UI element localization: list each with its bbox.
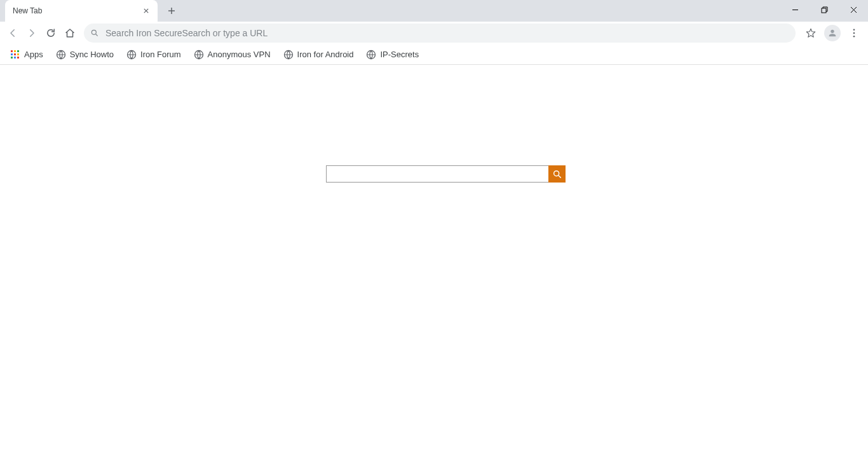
bookmark-label: Sync Howto — [70, 50, 114, 59]
globe-icon — [366, 50, 376, 60]
bookmark-label: Iron Forum — [140, 50, 181, 59]
svg-rect-7 — [14, 50, 16, 52]
globe-icon — [56, 50, 66, 60]
svg-rect-0 — [822, 8, 826, 13]
bookmark-label: IP-Secrets — [380, 50, 419, 59]
tab-title: New Tab — [13, 6, 141, 15]
apps-label: Apps — [24, 50, 43, 59]
tab-strip: New Tab — [0, 0, 868, 22]
search-icon — [90, 29, 99, 38]
svg-rect-13 — [14, 57, 16, 59]
globe-icon — [283, 50, 294, 60]
svg-rect-11 — [17, 53, 19, 55]
apps-shortcut[interactable]: Apps — [5, 46, 48, 64]
star-icon — [805, 27, 817, 39]
home-icon — [64, 27, 76, 39]
close-tab-button[interactable] — [141, 6, 151, 16]
menu-button[interactable] — [844, 23, 864, 43]
back-button[interactable] — [4, 24, 22, 42]
svg-point-20 — [553, 170, 559, 176]
toolbar — [0, 22, 868, 45]
kebab-menu-icon — [848, 27, 860, 39]
svg-point-3 — [853, 29, 855, 31]
svg-rect-12 — [11, 57, 13, 59]
svg-point-1 — [92, 30, 96, 34]
reload-icon — [45, 27, 57, 39]
maximize-button[interactable] — [810, 0, 839, 19]
maximize-icon — [821, 6, 828, 13]
bookmark-label: Iron for Android — [297, 50, 354, 59]
profile-button[interactable] — [822, 23, 843, 43]
address-input[interactable] — [105, 28, 789, 38]
bookmark-item[interactable]: Iron for Android — [278, 46, 359, 64]
bookmark-label: Anonymous VPN — [208, 50, 271, 59]
person-icon — [827, 28, 837, 38]
new-tab-button[interactable] — [163, 2, 180, 20]
bookmark-item[interactable]: Anonymous VPN — [189, 46, 276, 64]
close-icon — [144, 8, 149, 13]
address-bar[interactable] — [84, 24, 796, 43]
bookmark-star-button[interactable] — [801, 23, 821, 43]
page-search-form — [326, 165, 566, 183]
bookmark-item[interactable]: Iron Forum — [121, 46, 186, 64]
bookmark-item[interactable]: Sync Howto — [51, 46, 119, 64]
page-search-button[interactable] — [548, 165, 566, 183]
close-window-button[interactable] — [839, 0, 868, 19]
svg-rect-14 — [17, 57, 19, 59]
svg-rect-8 — [17, 50, 19, 52]
forward-button[interactable] — [23, 24, 41, 42]
globe-icon — [126, 50, 137, 60]
svg-point-4 — [853, 32, 855, 34]
globe-icon — [194, 50, 204, 60]
minimize-icon — [792, 6, 799, 13]
reload-button[interactable] — [42, 24, 60, 42]
minimize-button[interactable] — [780, 0, 810, 19]
plus-icon — [168, 7, 175, 15]
browser-tab[interactable]: New Tab — [5, 0, 158, 22]
window-controls — [780, 0, 868, 22]
svg-rect-6 — [11, 50, 13, 52]
svg-point-5 — [853, 36, 855, 38]
svg-rect-10 — [14, 53, 16, 55]
close-icon — [850, 6, 857, 13]
avatar-icon — [824, 25, 841, 41]
page-search-input[interactable] — [326, 165, 548, 183]
bookmark-item[interactable]: IP-Secrets — [361, 46, 424, 64]
page-content — [0, 65, 868, 463]
arrow-right-icon — [26, 27, 37, 39]
svg-point-2 — [831, 30, 834, 33]
apps-grid-icon — [10, 50, 20, 60]
arrow-left-icon — [7, 27, 18, 39]
home-button[interactable] — [61, 24, 79, 42]
bookmarks-bar: Apps Sync Howto Iron Forum Anonymous VPN… — [0, 45, 868, 65]
svg-rect-9 — [11, 53, 13, 55]
search-icon — [552, 169, 562, 179]
